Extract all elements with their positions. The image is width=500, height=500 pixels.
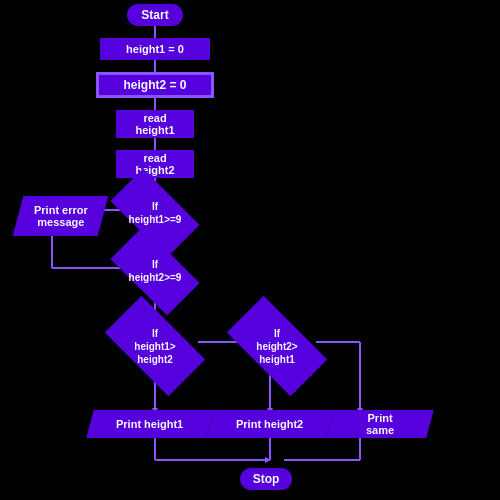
if-height2-9-node: Ifheight2>=9 (115, 248, 195, 294)
print-height1-node: Print height1 (86, 410, 214, 438)
if-height1-9-node: Ifheight1>=9 (115, 190, 195, 236)
start-node: Start (127, 4, 183, 26)
height2-init-node: height2 = 0 (96, 72, 214, 98)
read-height2-node: read height2 (116, 150, 194, 178)
print-same-node: Printsame (326, 410, 434, 438)
if-height2-gt-height1-node: Ifheight2>height1 (232, 320, 322, 372)
height1-init-node: height1 = 0 (100, 38, 210, 60)
print-height2-node: Print height2 (206, 410, 334, 438)
stop-node: Stop (240, 468, 292, 490)
svg-marker-31 (265, 457, 271, 463)
if-height1-gt-height2-node: Ifheight1>height2 (110, 320, 200, 372)
read-height1-node: read height1 (116, 110, 194, 138)
print-error-node: Print errormessage (13, 196, 109, 236)
